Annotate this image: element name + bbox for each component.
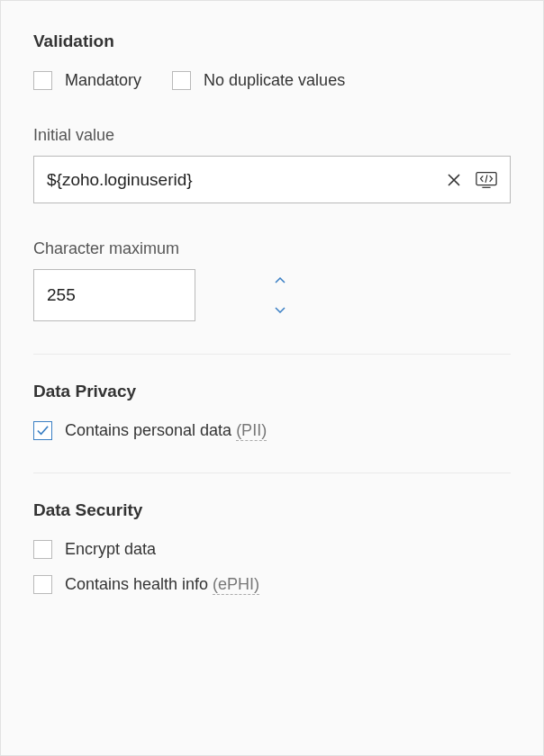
data-privacy-section: Data Privacy Contains personal data (PII… — [33, 382, 511, 440]
expression-editor-icon[interactable] — [476, 169, 497, 191]
validation-section: Validation Mandatory No duplicate values — [33, 32, 511, 90]
pii-label: Contains personal data (PII) — [65, 421, 267, 440]
validation-options-row: Mandatory No duplicate values — [33, 71, 511, 90]
no-duplicate-option: No duplicate values — [172, 71, 345, 90]
validation-title: Validation — [33, 32, 511, 51]
no-duplicate-label: No duplicate values — [204, 71, 345, 90]
mandatory-option: Mandatory — [33, 71, 141, 90]
encrypt-label: Encrypt data — [65, 540, 156, 559]
pii-abbr: (PII) — [236, 421, 267, 441]
data-security-section: Data Security Encrypt data Contains heal… — [33, 500, 511, 594]
stepper-up-icon[interactable] — [273, 275, 287, 286]
divider — [33, 472, 511, 473]
encrypt-checkbox[interactable] — [33, 540, 52, 559]
initial-value-field — [33, 156, 511, 203]
initial-value-label: Initial value — [33, 126, 511, 145]
mandatory-checkbox[interactable] — [33, 71, 52, 90]
initial-value-input[interactable] — [47, 170, 432, 190]
stepper-down-icon[interactable] — [273, 304, 287, 315]
check-icon — [36, 424, 50, 437]
divider — [33, 354, 511, 355]
ephi-abbr: (ePHI) — [213, 575, 259, 595]
field-properties-panel: Validation Mandatory No duplicate values… — [0, 0, 544, 756]
data-security-title: Data Security — [33, 500, 511, 520]
pii-checkbox[interactable] — [33, 421, 52, 440]
char-max-input[interactable] — [34, 270, 273, 320]
no-duplicate-checkbox[interactable] — [172, 71, 191, 90]
ephi-label: Contains health info (ePHI) — [65, 575, 259, 594]
char-max-stepper — [273, 270, 295, 320]
ephi-checkbox[interactable] — [33, 575, 52, 594]
pii-option: Contains personal data (PII) — [33, 421, 511, 440]
pii-label-text: Contains personal data — [65, 421, 236, 439]
clear-icon[interactable] — [443, 169, 465, 191]
char-max-field — [33, 269, 195, 321]
encrypt-option: Encrypt data — [33, 540, 511, 559]
char-max-label: Character maximum — [33, 239, 511, 258]
data-privacy-title: Data Privacy — [33, 382, 511, 401]
ephi-option: Contains health info (ePHI) — [33, 575, 511, 594]
ephi-label-text: Contains health info — [65, 575, 213, 593]
mandatory-label: Mandatory — [65, 71, 141, 90]
